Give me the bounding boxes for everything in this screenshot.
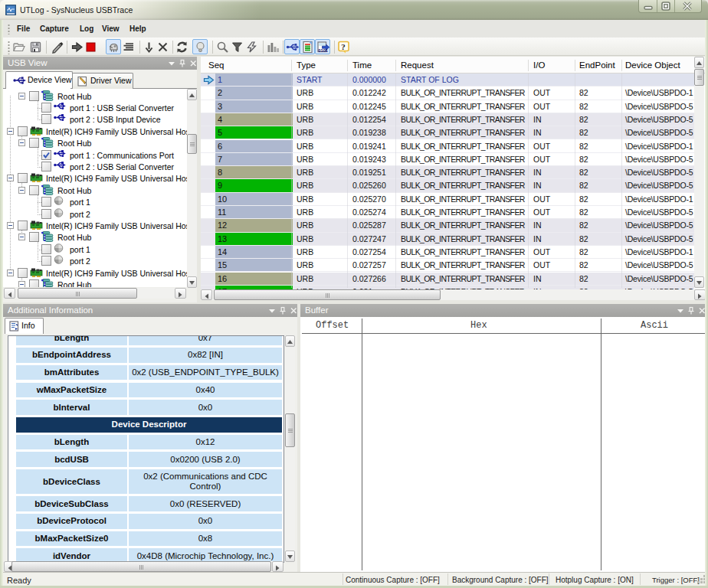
svg-text:?: ? <box>341 42 346 51</box>
svg-text:0101: 0101 <box>318 48 329 53</box>
